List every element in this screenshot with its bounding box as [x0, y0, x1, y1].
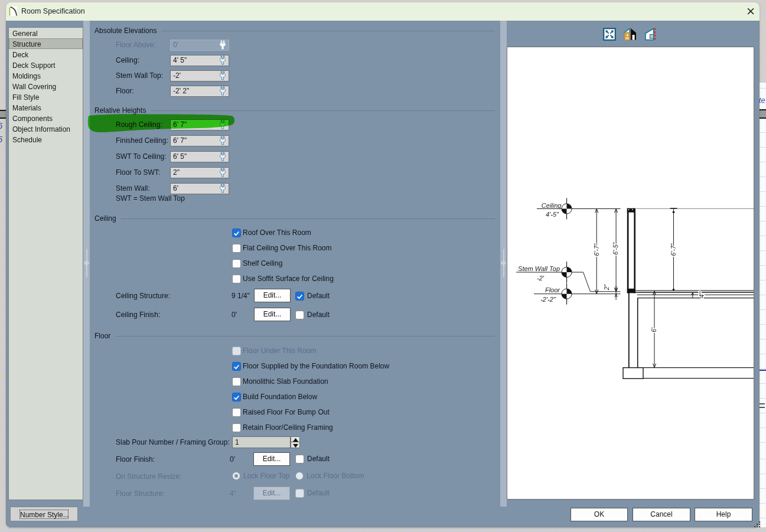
wrench-icon[interactable] [219, 71, 227, 83]
svg-text:Ceiling: Ceiling [542, 202, 562, 209]
wrench-icon[interactable] [219, 184, 227, 195]
checkbox-label: Raised Floor For Bump Out [243, 408, 330, 417]
wrench-icon[interactable] [219, 56, 227, 67]
checkbox-unchecked[interactable] [232, 408, 241, 417]
sidebar-item-wall-covering[interactable]: Wall Covering [9, 81, 83, 92]
spinner-up-icon[interactable] [291, 437, 299, 442]
sidebar-item-components[interactable]: Components [9, 113, 83, 123]
wrench-icon[interactable] [219, 40, 227, 52]
slab-pour-spinner[interactable]: 1 [232, 436, 300, 448]
close-icon[interactable] [745, 5, 757, 17]
color-toggle-icon[interactable] [624, 28, 637, 41]
checkbox-label: Flat Ceiling Over This Room [243, 244, 332, 253]
field-value: 0' [232, 311, 237, 319]
room-dialog-icon [9, 6, 17, 16]
section-rule [161, 31, 495, 31]
cancel-button[interactable]: Cancel [633, 508, 690, 521]
ok-button[interactable]: OK [571, 508, 628, 521]
background-plan-sheet [759, 83, 766, 527]
field-label: Floor Above: [116, 41, 155, 50]
help-button[interactable]: Help [695, 508, 752, 521]
svg-text:-2': -2' [537, 275, 545, 282]
field-label: Slab Pour Number / Framing Group: [116, 438, 230, 447]
measurement-field[interactable]: 6' [170, 183, 229, 194]
measurement-field[interactable]: 0' [170, 40, 229, 51]
field-label: Stem Wall: [116, 184, 150, 193]
edit-button[interactable]: Edit... [254, 289, 291, 302]
section-rule [151, 110, 495, 111]
checkbox-unchecked[interactable] [232, 244, 241, 253]
resize-grip[interactable] [754, 520, 761, 527]
radio-lock-floor-bottom[interactable] [295, 472, 304, 480]
checkbox-unchecked[interactable] [232, 275, 241, 283]
wrench-icon[interactable] [219, 152, 227, 164]
edit-button[interactable]: Edit... [253, 452, 290, 466]
default-checkbox-disabled[interactable] [295, 489, 304, 498]
section-rule [121, 218, 495, 219]
measurement-field[interactable]: 6' 7" [170, 135, 229, 146]
wrench-icon[interactable] [219, 168, 227, 179]
sidebar-item-fill-style[interactable]: Fill Style [9, 92, 83, 102]
field-label: Ceiling Finish: [116, 311, 160, 319]
number-style-button[interactable]: Number Style... [10, 507, 78, 521]
measurement-field[interactable]: 2" [170, 167, 229, 178]
radio-label: Lock Floor Bottom [307, 472, 364, 481]
field-label: Rough Ceiling: [116, 120, 162, 129]
preview-drawing[interactable]: Ceiling 4'-5" Stem Wall Top -2' Floor -2… [507, 47, 754, 500]
measurement-field[interactable]: -2' 2" [170, 86, 229, 97]
section-rule [115, 336, 495, 337]
splitter-left[interactable] [83, 21, 90, 507]
measurement-field[interactable]: 4' 5" [170, 55, 229, 66]
wrench-icon[interactable] [219, 86, 227, 98]
fill-window-icon[interactable] [603, 28, 616, 41]
splitter-right[interactable] [500, 21, 507, 507]
sidebar-item-deck-support[interactable]: Deck Support [9, 60, 83, 70]
checkbox-unchecked[interactable] [232, 423, 241, 432]
background-dim-digit: 5 [0, 134, 5, 144]
field-value: 0' [230, 455, 235, 464]
sidebar-item-general[interactable]: General [9, 28, 83, 38]
checkbox-label: Default [307, 311, 330, 319]
spinner-field[interactable]: 1 [232, 436, 291, 448]
sidebar-item-structure[interactable]: Structure [9, 38, 83, 49]
edit-button[interactable]: Edit... [254, 308, 291, 321]
field-label: Stem Wall Top: [116, 71, 163, 80]
wrench-icon[interactable] [219, 120, 227, 132]
background-text-fragment: te [759, 96, 766, 105]
checkbox-unchecked[interactable] [232, 259, 241, 268]
checkbox-checked[interactable] [232, 362, 241, 371]
svg-text:6'-5": 6'-5" [612, 241, 619, 254]
field-label: Floor Finish: [116, 455, 155, 464]
checkbox-checked[interactable] [232, 229, 241, 237]
default-checkbox-checked[interactable] [295, 292, 304, 301]
measurement-field[interactable]: -2' [170, 70, 229, 81]
sidebar-item-materials[interactable]: Materials [9, 102, 83, 113]
checkbox-checked[interactable] [232, 393, 241, 402]
radio-label: Lock Floor Top [243, 472, 290, 481]
sidebar-item-moldings[interactable]: Moldings [9, 70, 83, 81]
measurement-field[interactable]: 6' 7" [170, 119, 229, 130]
checkbox-label: Retain Floor/Ceiling Framing [243, 423, 333, 432]
cross-section-icon[interactable] [644, 28, 657, 41]
default-checkbox-unchecked[interactable] [295, 311, 304, 319]
sidebar-item-schedule[interactable]: Schedule [9, 134, 83, 145]
measurement-field[interactable]: 6' 5" [170, 151, 229, 162]
field-label: Floor To SWT: [116, 168, 160, 177]
sidebar-item-object-information[interactable]: Object Information [9, 123, 83, 134]
background-wall-fragment [759, 109, 766, 119]
checkbox-unchecked[interactable] [232, 347, 241, 355]
svg-text:4'-5": 4'-5" [546, 211, 559, 218]
sidebar-item-deck[interactable]: Deck [9, 49, 83, 60]
wrench-icon[interactable] [219, 136, 227, 148]
dialog-titlebar[interactable] [6, 2, 760, 21]
checkbox-label: Default [307, 489, 330, 498]
checkbox-label: Default [307, 455, 330, 464]
spinner-down-icon[interactable] [291, 443, 299, 448]
field-label: SWT To Ceiling: [116, 152, 167, 161]
checkbox-unchecked[interactable] [232, 377, 241, 386]
checkbox-label: Use Soffit Surface for Ceiling [243, 275, 334, 283]
radio-lock-floor-top[interactable] [232, 472, 240, 480]
checkbox-label: Default [307, 292, 330, 301]
default-checkbox-unchecked[interactable] [295, 455, 304, 464]
svg-text:6': 6' [650, 327, 657, 332]
